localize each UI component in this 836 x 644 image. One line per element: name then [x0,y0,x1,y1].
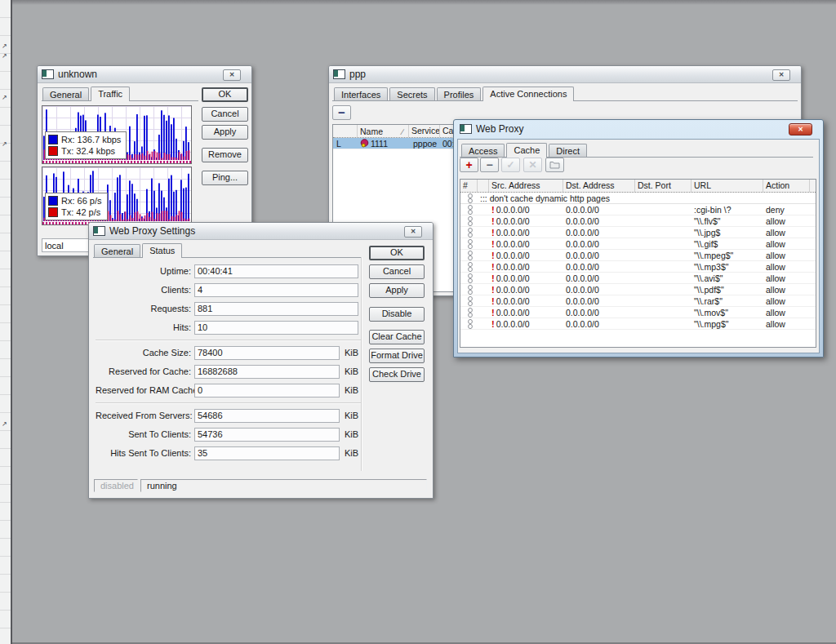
column-header-action[interactable]: Action [763,180,810,192]
action-cell: allow [763,228,810,238]
ok-button[interactable]: OK [202,87,248,102]
cache-rule-row[interactable]: !0.0.0.0/00.0.0.0/0"\\.rar$"allow [460,295,816,307]
field-reserved-for-cache[interactable]: 16882688 [194,365,340,379]
comment-row[interactable]: ::: don't cache dynamic http pages [460,193,816,204]
field-received-from-servers[interactable]: 54686 [194,409,340,423]
column-header-spacer[interactable] [478,180,489,192]
column-header-src-address[interactable]: Src. Address [489,180,563,192]
column-header-service[interactable]: Service [409,125,440,137]
url-cell: "\\.gif$ [691,239,763,249]
cache-rule-row[interactable]: !0.0.0.0/00.0.0.0/0"\\.mov$"allow [460,307,816,318]
column-header-blank[interactable]: # [460,180,478,192]
column-header-dst-address[interactable]: Dst. Address [563,180,635,192]
flags-cell [460,193,478,203]
tab-status[interactable]: Status [142,243,182,258]
action-cell: allow [763,251,810,260]
tab-secrets[interactable]: Secrets [389,87,434,100]
dst-address-cell: 0.0.0.0/0 [563,262,635,272]
tab-interfaces[interactable]: Interfaces [334,87,388,100]
tab-cache[interactable]: Cache [506,143,547,158]
disable-button[interactable]: Disable [369,307,425,322]
cache-rule-row[interactable]: !0.0.0.0/00.0.0.0/0"\\.mpeg$"allow [460,250,816,261]
comment-button[interactable] [545,158,564,172]
format-drive-button[interactable]: Format Drive [369,349,425,363]
apply-button[interactable]: Apply [202,125,248,140]
column-header-blank[interactable] [333,125,358,137]
field-reserved-for-ram-cache[interactable]: 0 [194,384,340,398]
chain-link-icon [467,296,474,306]
action-cell: allow [763,273,810,283]
cache-rule-row[interactable]: !0.0.0.0/00.0.0.0/0"\\.gif$allow [460,238,816,250]
titlebar[interactable]: Web Proxy [454,120,823,138]
legend-entry: Tx: 32.4 kbps [48,145,121,157]
unit-label: KiB [345,348,358,358]
src-address-cell: !0.0.0.0/0 [489,262,563,272]
menu-arrow-icon: ↗ [2,421,7,428]
cache-rule-row[interactable]: !0.0.0.0/00.0.0.0/0"\\.mp3$"allow [460,261,816,273]
tab-access[interactable]: Access [461,144,505,157]
flags-cell [460,262,478,272]
ok-button[interactable]: OK [369,246,425,260]
field-sent-to-clients[interactable]: 54736 [194,428,340,442]
cache-rule-row[interactable]: !0.0.0.0/00.0.0.0/0"\\.pdf$"allow [460,284,816,295]
clear-cache-button[interactable]: Clear Cache [369,330,425,344]
flags-cell [460,308,478,318]
window-icon [93,226,105,236]
field-uptime[interactable]: 00:40:41 [194,264,358,278]
chain-link-icon [467,239,474,249]
ping-button[interactable]: Ping... [202,171,248,185]
left-panel-divider [11,0,12,644]
action-cell: allow [763,239,810,249]
window-icon [460,124,472,134]
invalid-flag-icon: ! [491,285,495,295]
cancel-button[interactable]: Cancel [202,107,248,122]
flags-cell [460,251,478,260]
field-clients[interactable]: 4 [194,283,358,297]
remove-button[interactable]: − [480,158,499,172]
cache-rule-row[interactable]: !0.0.0.0/00.0.0.0/0"\\.flv$"allow [460,215,816,227]
action-cell: allow [763,262,810,272]
close-icon[interactable] [223,69,241,81]
field-cache-size[interactable]: 78400 [194,346,340,360]
column-header-spacer[interactable] [810,180,816,192]
left-panel-edge: ↗↗↗↗↗ [0,0,11,644]
column-header-name[interactable]: Name∕ [358,125,409,137]
field-hits-sent-to-clients[interactable]: 35 [194,446,340,460]
tab-general[interactable]: General [42,87,89,100]
titlebar[interactable]: Web Proxy Settings [89,223,433,240]
field-hits[interactable]: 10 [194,321,358,335]
chain-link-icon [467,308,474,318]
cache-rule-row[interactable]: !0.0.0.0/00.0.0.0/0"\\.avi$"allow [460,273,816,284]
graph-legend: Rx: 66 p/sTx: 42 p/s [45,193,108,220]
apply-button[interactable]: Apply [369,283,425,298]
comment-folder-icon [549,161,560,169]
close-icon[interactable] [789,123,812,135]
remove-connection-button[interactable]: − [332,105,351,120]
cache-rule-row[interactable]: !0.0.0.0/00.0.0.0/0"\\.mpg$"allow [460,318,816,330]
close-icon[interactable] [404,226,422,238]
tab-profiles[interactable]: Profiles [437,87,482,100]
field-requests[interactable]: 881 [194,302,358,316]
cache-rule-row[interactable]: !0.0.0.0/00.0.0.0/0:cgi-bin \?deny [460,204,816,215]
invalid-flag-icon: ! [491,239,495,249]
titlebar[interactable]: unknown [38,66,251,83]
unit-label: KiB [345,448,358,458]
close-icon[interactable] [772,69,790,81]
tab-traffic[interactable]: Traffic [91,87,130,101]
remove-icon: − [486,160,492,170]
chain-link-icon [467,262,474,272]
src-address-cell: !0.0.0.0/0 [489,228,563,238]
column-header-url[interactable]: URL [691,180,763,192]
cancel-button[interactable]: Cancel [369,264,425,279]
enable-icon: ✓ [506,159,514,171]
remove-button[interactable]: Remove [202,148,248,162]
connection-name: 1111 [371,139,388,149]
tab-direct[interactable]: Direct [549,144,587,157]
cache-rule-row[interactable]: !0.0.0.0/00.0.0.0/0"\\.jpg$allow [460,227,816,238]
check-drive-button[interactable]: Check Drive [369,367,425,382]
tab-active-connections[interactable]: Active Connections [482,87,574,101]
add-button[interactable]: + [460,158,478,172]
tab-general[interactable]: General [94,244,140,257]
titlebar[interactable]: ppp [329,66,801,83]
column-header-dst-port[interactable]: Dst. Port [635,180,691,192]
